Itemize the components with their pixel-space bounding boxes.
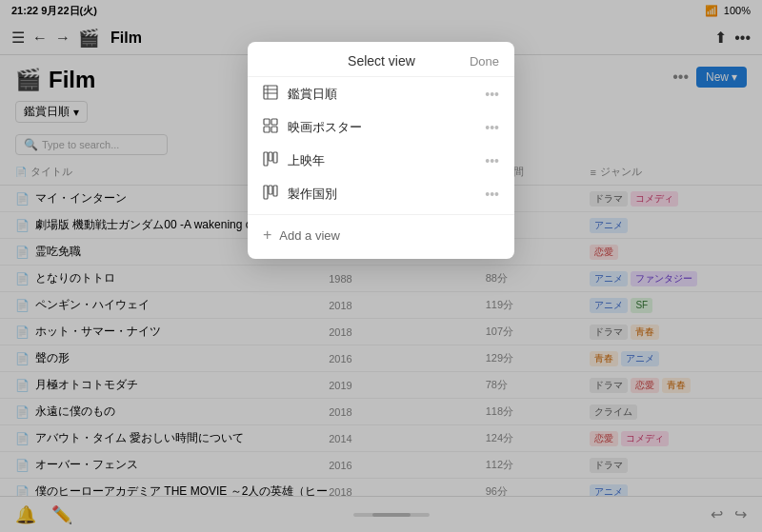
view-icon-0 — [263, 85, 278, 103]
svg-rect-0 — [264, 86, 277, 99]
view-label-2: 上映年 — [288, 152, 475, 169]
select-view-modal: Select view Done 鑑賞日順 ••• 映画ポスター ••• 上映年… — [248, 42, 514, 259]
view-label-3: 製作国別 — [288, 186, 475, 203]
svg-rect-13 — [273, 186, 277, 196]
svg-rect-6 — [264, 127, 270, 132]
view-label-1: 映画ポスター — [288, 119, 475, 136]
view-icon-1 — [263, 118, 278, 136]
view-item-2[interactable]: 上映年 ••• — [248, 144, 514, 177]
view-item-1[interactable]: 映画ポスター ••• — [248, 110, 514, 144]
view-items-list: 鑑賞日順 ••• 映画ポスター ••• 上映年 ••• 製作国別 ••• — [248, 77, 514, 210]
add-icon: + — [263, 227, 271, 244]
svg-rect-8 — [264, 152, 268, 166]
view-label-0: 鑑賞日順 — [288, 86, 475, 103]
svg-rect-4 — [264, 119, 270, 125]
svg-rect-12 — [269, 186, 272, 194]
add-view-button[interactable]: + Add a view — [248, 219, 514, 251]
modal-title: Select view — [293, 53, 470, 69]
svg-rect-9 — [269, 152, 272, 161]
svg-rect-10 — [273, 152, 277, 163]
view-dots-1[interactable]: ••• — [485, 120, 499, 135]
view-dots-0[interactable]: ••• — [485, 87, 499, 102]
svg-rect-5 — [271, 119, 277, 125]
view-item-0[interactable]: 鑑賞日順 ••• — [248, 77, 514, 110]
view-dots-3[interactable]: ••• — [485, 187, 499, 202]
svg-rect-11 — [264, 186, 268, 199]
svg-rect-7 — [271, 127, 277, 132]
view-icon-2 — [263, 151, 278, 169]
modal-divider — [248, 214, 514, 215]
modal-done-button[interactable]: Done — [470, 54, 499, 69]
modal-header: Select view Done — [248, 42, 514, 77]
view-dots-2[interactable]: ••• — [485, 153, 499, 168]
view-item-3[interactable]: 製作国別 ••• — [248, 177, 514, 210]
view-icon-3 — [263, 185, 278, 203]
add-view-label: Add a view — [279, 228, 340, 243]
